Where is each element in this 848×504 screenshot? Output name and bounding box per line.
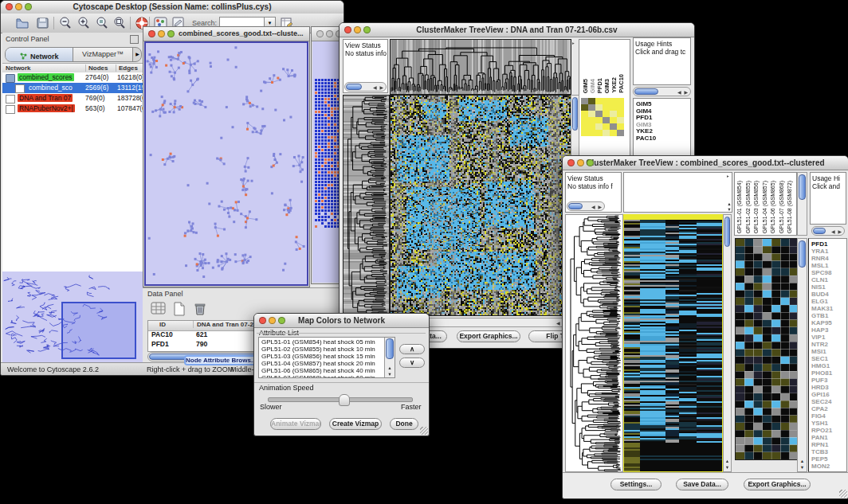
col-edges[interactable]: Edges bbox=[116, 64, 138, 72]
animation-speed-slider[interactable] bbox=[268, 397, 413, 402]
minimize-icon[interactable] bbox=[354, 26, 361, 33]
zoom-out-icon[interactable] bbox=[58, 16, 73, 30]
heatmap-cell[interactable] bbox=[617, 117, 624, 123]
heatmap-cell[interactable] bbox=[595, 123, 603, 130]
tv1-hints-scrollbar[interactable]: ◀ ▶ bbox=[633, 87, 691, 96]
attribute-list-item[interactable]: GPL51-07 (GSM868) heat shock 60 min bbox=[259, 374, 383, 378]
close-icon[interactable] bbox=[148, 30, 155, 37]
network-window-titlebar[interactable]: combined_scores_good.txt--cluste... bbox=[143, 27, 309, 41]
heatmap-cell[interactable] bbox=[617, 98, 624, 104]
tv2-hints-scrollbar[interactable]: ◀ ▶ bbox=[811, 226, 845, 236]
heatmap-cell[interactable] bbox=[595, 117, 603, 123]
scroll-thumb[interactable] bbox=[572, 97, 578, 131]
table-mode-icon[interactable] bbox=[151, 301, 165, 315]
resize-grip-icon[interactable] bbox=[839, 490, 847, 498]
tv2-global-heatmap[interactable] bbox=[623, 214, 723, 472]
zoom-window-icon[interactable] bbox=[25, 3, 32, 10]
tv2-status-scrollbar[interactable]: ◀ ▶ bbox=[567, 201, 605, 211]
heatmap-cell[interactable] bbox=[588, 123, 595, 130]
tab-vizmapper[interactable]: VizMapper™ bbox=[73, 48, 132, 61]
heatmap-cell[interactable] bbox=[581, 117, 588, 123]
resize-grip-icon[interactable] bbox=[420, 427, 428, 435]
scroll-thumb[interactable] bbox=[346, 84, 362, 90]
tv1-titlebar[interactable]: ClusterMaker TreeView : DNA and Tran 07-… bbox=[340, 23, 694, 37]
heatmap-cell[interactable] bbox=[617, 104, 624, 111]
delete-attribute-trash-icon[interactable] bbox=[192, 301, 206, 315]
minimize-icon[interactable] bbox=[158, 30, 165, 37]
zoom-selected-icon[interactable] bbox=[95, 16, 109, 30]
scroll-thumb[interactable] bbox=[386, 338, 394, 359]
heatmap-cell[interactable] bbox=[581, 130, 588, 136]
minimize-icon[interactable] bbox=[15, 3, 22, 10]
zoom-window-icon[interactable] bbox=[587, 159, 594, 166]
scroll-thumb[interactable] bbox=[568, 203, 583, 209]
open-file-icon[interactable] bbox=[15, 16, 29, 30]
attribute-list-item[interactable]: GPL51-03 (GSM856) heat shock 15 min bbox=[259, 353, 383, 360]
attribute-list-item[interactable]: GPL51-01 (GSM854) heat shock 05 min bbox=[259, 338, 383, 346]
move-up-button[interactable]: ∧ bbox=[399, 344, 425, 354]
tv2-genes-vscrollbar[interactable]: ▲ ▼ bbox=[797, 238, 807, 472]
scroll-thumb[interactable] bbox=[799, 174, 806, 200]
slider-thumb[interactable] bbox=[339, 394, 350, 406]
heatmap-cell[interactable] bbox=[617, 111, 624, 117]
scroll-thumb[interactable] bbox=[799, 240, 806, 268]
scroll-up-icon[interactable]: ▲ bbox=[725, 201, 733, 207]
scroll-up-icon[interactable]: ▲ bbox=[798, 459, 807, 464]
scroll-down-icon[interactable]: ▼ bbox=[724, 465, 731, 471]
done-button[interactable]: Done bbox=[390, 418, 418, 430]
scroll-thumb[interactable] bbox=[724, 217, 730, 247]
network-canvas[interactable] bbox=[146, 43, 307, 284]
tv1-status-scrollbar[interactable]: ◀ ▶ bbox=[344, 82, 387, 92]
main-titlebar[interactable]: Cytoscape Desktop (Session Name: collins… bbox=[1, 1, 344, 14]
export-graphics-button[interactable]: Export Graphics... bbox=[744, 479, 811, 490]
heatmap-cell[interactable] bbox=[603, 104, 610, 111]
heatmap-cell[interactable] bbox=[603, 98, 610, 104]
close-icon[interactable] bbox=[567, 159, 575, 166]
scroll-arrows-icon[interactable]: ◀ ▶ bbox=[831, 229, 842, 235]
heatmap-cell[interactable] bbox=[588, 111, 595, 117]
heatmap-cell[interactable] bbox=[581, 111, 588, 117]
heatmap-cell[interactable] bbox=[595, 104, 603, 111]
minimize-icon[interactable] bbox=[577, 159, 584, 166]
tab-overflow-button[interactable]: ▶ bbox=[132, 48, 142, 61]
attribute-list-item[interactable]: GPL51-06 (GSM865) heat shock 40 min bbox=[259, 367, 383, 374]
scroll-thumb[interactable] bbox=[813, 228, 826, 234]
zoom-window-icon[interactable] bbox=[167, 30, 175, 37]
overview-viewport-rect[interactable] bbox=[61, 302, 136, 359]
tv1-global-heatmap[interactable] bbox=[390, 95, 571, 316]
heatmap-cell[interactable] bbox=[595, 130, 603, 136]
list-vscrollbar[interactable]: ▲ ▼ bbox=[384, 338, 395, 377]
node-attribute-browser-tab[interactable]: Node Attribute Brows... bbox=[184, 355, 257, 365]
animate-vizmap-button[interactable]: Animate Vizmap bbox=[270, 418, 321, 430]
network-tree-row[interactable]: DNA and Tran 07769(0)183728(0) bbox=[2, 93, 143, 104]
heatmap-cell[interactable] bbox=[603, 111, 610, 117]
save-data-button[interactable]: Save Data... bbox=[676, 479, 728, 490]
create-vizmap-button[interactable]: Create Vizmap bbox=[329, 418, 382, 430]
col-network[interactable]: Network bbox=[6, 64, 31, 72]
zoom-window-icon[interactable] bbox=[363, 26, 371, 33]
splitter-arrow-icon[interactable]: ▸ bbox=[727, 174, 729, 178]
attribute-listbox[interactable]: GPL51-01 (GSM854) heat shock 05 minGPL51… bbox=[258, 337, 395, 378]
heatmap-cell[interactable] bbox=[581, 123, 588, 130]
save-session-icon[interactable] bbox=[36, 16, 50, 30]
tab-network[interactable]: Network bbox=[6, 48, 73, 61]
heatmap-cell[interactable] bbox=[588, 130, 595, 136]
heatmap-cell[interactable] bbox=[617, 123, 624, 130]
scroll-arrows-icon[interactable]: ◀ ▶ bbox=[591, 204, 603, 210]
zoom-window-icon[interactable] bbox=[278, 317, 285, 324]
network-tree-row[interactable]: RNAPuberNov2+|563(0)107847(0) bbox=[2, 104, 143, 114]
scroll-down-icon[interactable]: ▼ bbox=[385, 372, 395, 377]
minimize-icon[interactable] bbox=[269, 317, 276, 324]
heatmap-cell[interactable] bbox=[610, 117, 617, 123]
close-icon[interactable] bbox=[316, 30, 324, 37]
heatmap-cell[interactable] bbox=[610, 111, 617, 117]
minimize-icon[interactable] bbox=[326, 30, 333, 37]
tv2-global-vscrollbar[interactable]: ▲ ▼ bbox=[723, 214, 732, 472]
heatmap-cell[interactable] bbox=[603, 130, 610, 136]
zoom-in-icon[interactable] bbox=[77, 16, 91, 30]
close-icon[interactable] bbox=[344, 26, 351, 33]
tv2-labels-vscrollbar[interactable] bbox=[797, 172, 807, 236]
move-down-button[interactable]: ∨ bbox=[399, 357, 425, 368]
close-icon[interactable] bbox=[6, 3, 13, 10]
attribute-list-item[interactable]: GPL51-04 (GSM857) heat shock 20 min bbox=[259, 360, 383, 367]
